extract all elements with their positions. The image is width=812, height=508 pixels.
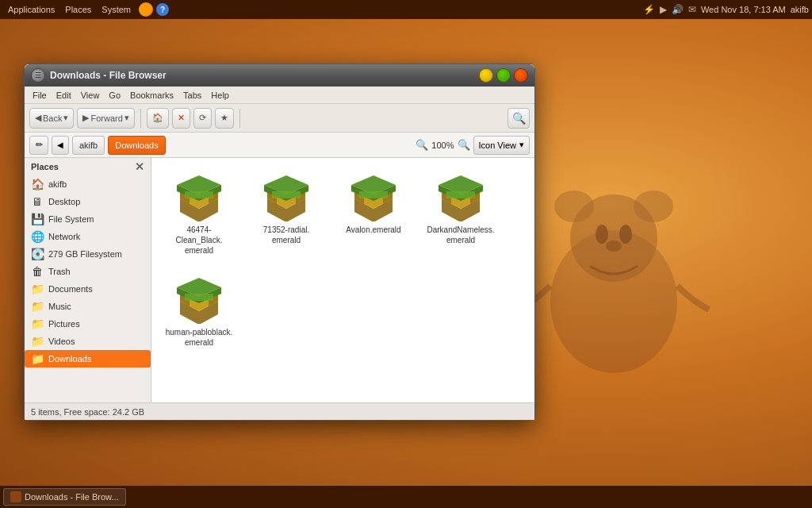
- sidebar-item-filesystem[interactable]: 💾 File System: [25, 210, 151, 228]
- maximize-button[interactable]: [496, 68, 511, 83]
- file-name-3: DarkandNameless.emerald: [427, 225, 494, 245]
- path-downloads[interactable]: Downloads: [108, 136, 165, 155]
- sidebar-label-desktop: Desktop: [48, 197, 80, 206]
- downloads-icon: 📁: [31, 352, 44, 365]
- menu-view[interactable]: View: [76, 89, 105, 102]
- forward-dropdown-icon: ▾: [124, 113, 129, 123]
- taskbar-item-label: Downloads - File Brow...: [25, 492, 119, 502]
- volume-icon: 🔊: [672, 4, 684, 15]
- menu-places[interactable]: Places: [60, 3, 96, 16]
- search-button[interactable]: 🔍: [508, 108, 530, 129]
- zoom-in-icon[interactable]: 🔍: [458, 139, 470, 151]
- sidebar-item-music[interactable]: 📁 Music: [25, 298, 151, 315]
- path-akifb[interactable]: akifb: [72, 136, 105, 155]
- network-icon: ▶: [660, 4, 667, 15]
- file-icon-4: [174, 273, 224, 324]
- bluetooth-icon: ⚡: [643, 4, 655, 15]
- file-item-4[interactable]: human-pabloblack.emerald: [159, 268, 239, 352]
- menu-bar: File Edit View Go Bookmarks Tabs Help: [25, 87, 534, 104]
- sidebar-label-network: Network: [48, 232, 80, 241]
- file-browser-window: ☰ Downloads - File Browser File Edit Vie…: [24, 64, 535, 421]
- back-icon: ◀: [35, 113, 41, 123]
- menu-bookmarks[interactable]: Bookmarks: [125, 89, 178, 102]
- taskbar-item-0[interactable]: Downloads - File Brow...: [3, 488, 126, 506]
- file-item-2[interactable]: Avalon.emerald: [334, 166, 413, 260]
- bookmark-icon: ★: [220, 113, 228, 123]
- view-select[interactable]: Icon View ▾: [473, 136, 530, 155]
- datetime-label: Wed Nov 18, 7:13 AM: [701, 5, 786, 14]
- stop-button[interactable]: ✕: [172, 108, 190, 129]
- file-icon-0: [174, 171, 224, 221]
- pictures-icon: 📁: [31, 318, 44, 330]
- menu-applications[interactable]: Applications: [3, 3, 59, 16]
- sidebar-item-downloads[interactable]: 📁 Downloads: [25, 350, 151, 368]
- back-label: Back: [43, 114, 62, 123]
- svg-marker-22: [272, 191, 301, 198]
- sidebar-close-button[interactable]: ✕: [135, 161, 144, 172]
- file-icon-1: [261, 171, 312, 221]
- file-icon-3: [435, 171, 486, 221]
- window-title: Downloads - File Browser: [50, 70, 167, 81]
- search-icon: 🔍: [512, 112, 526, 125]
- panel-right: ⚡ ▶ 🔊 ✉ Wed Nov 18, 7:13 AM akifb: [643, 4, 809, 15]
- close-button[interactable]: [514, 68, 528, 83]
- menu-file[interactable]: File: [28, 89, 52, 102]
- zoom-out-icon[interactable]: 🔍: [416, 139, 428, 151]
- sidebar-item-network[interactable]: 🌐 Network: [25, 228, 151, 245]
- menu-tabs[interactable]: Tabs: [178, 89, 206, 102]
- file-name-1: 71352-radial.emerald: [263, 225, 309, 245]
- minimize-button[interactable]: [479, 68, 493, 83]
- menu-help[interactable]: Help: [206, 89, 234, 102]
- menu-edit[interactable]: Edit: [52, 89, 76, 102]
- reload-button[interactable]: ⟳: [193, 108, 212, 129]
- mail-icon: ✉: [688, 4, 696, 15]
- videos-icon: 📁: [31, 335, 44, 348]
- forward-icon: ▶: [82, 113, 89, 123]
- forward-button[interactable]: ▶ Forward ▾: [77, 108, 134, 129]
- file-name-4: human-pabloblack.emerald: [166, 327, 233, 348]
- file-name-2: Avalon.emerald: [346, 225, 400, 235]
- file-item-1[interactable]: 71352-radial.emerald: [247, 166, 326, 260]
- filesystem-icon: 💾: [31, 213, 44, 225]
- path-bar: ✏ ◀ akifb Downloads 🔍 100% 🔍 Icon View ▾: [25, 133, 534, 158]
- zoom-section: 🔍 100% 🔍: [416, 139, 469, 151]
- content-area: Places ✕ 🏠 akifb 🖥 Desktop 💾 File System…: [25, 158, 534, 402]
- title-bar-left: ☰ Downloads - File Browser: [31, 68, 167, 83]
- window-menu-button[interactable]: ☰: [31, 68, 45, 83]
- sidebar-item-pictures[interactable]: 📁 Pictures: [25, 315, 151, 333]
- panel-left: Applications Places System ?: [3, 2, 169, 17]
- status-text: 5 items, Free space: 24.2 GB: [31, 407, 144, 417]
- menu-go[interactable]: Go: [104, 89, 125, 102]
- toolbar-separator-1: [140, 109, 141, 128]
- sidebar-label-downloads: Downloads: [48, 354, 91, 364]
- sidebar-label-filesystem: File System: [48, 214, 94, 224]
- back-dropdown-icon: ▾: [63, 113, 68, 123]
- firefox-icon[interactable]: [139, 2, 153, 17]
- sidebar-header: Places ✕: [25, 158, 151, 175]
- network-icon: 🌐: [31, 230, 44, 243]
- sidebar: Places ✕ 🏠 akifb 🖥 Desktop 💾 File System…: [25, 158, 151, 402]
- reload-icon: ⟳: [199, 113, 206, 123]
- sidebar-item-279gb[interactable]: 💽 279 GB Filesystem: [25, 245, 151, 263]
- toolbar-separator-2: [239, 109, 240, 128]
- bookmark-button[interactable]: ★: [215, 108, 234, 129]
- desktop-icon: 🖥: [31, 195, 44, 208]
- help-icon[interactable]: ?: [156, 3, 169, 16]
- sidebar-item-trash[interactable]: 🗑 Trash: [25, 263, 151, 280]
- path-toggle-button[interactable]: ◀: [52, 136, 69, 155]
- sidebar-item-videos[interactable]: 📁 Videos: [25, 333, 151, 350]
- path-edit-button[interactable]: ✏: [29, 136, 48, 155]
- sidebar-label-pictures: Pictures: [48, 319, 80, 329]
- disk-icon: 💽: [31, 248, 44, 260]
- sidebar-item-desktop[interactable]: 🖥 Desktop: [25, 193, 151, 210]
- sidebar-label-videos: Videos: [48, 337, 75, 346]
- file-item-3[interactable]: DarkandNameless.emerald: [421, 166, 500, 260]
- file-item-0[interactable]: 46474-Clean_Black.emerald: [159, 166, 239, 260]
- back-button[interactable]: ◀ Back ▾: [29, 108, 74, 129]
- top-panel: Applications Places System ? ⚡ ▶ 🔊 ✉ Wed…: [0, 0, 812, 19]
- title-bar: ☰ Downloads - File Browser: [25, 64, 534, 87]
- sidebar-item-akifb[interactable]: 🏠 akifb: [25, 175, 151, 193]
- menu-system[interactable]: System: [97, 3, 136, 16]
- home-button[interactable]: 🏠: [147, 108, 169, 129]
- sidebar-item-documents[interactable]: 📁 Documents: [25, 280, 151, 298]
